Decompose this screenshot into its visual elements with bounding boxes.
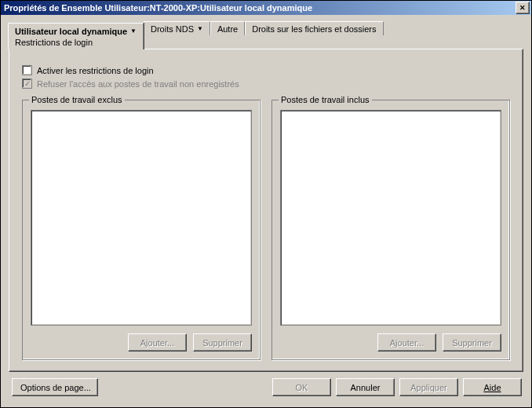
ok-button[interactable]: OK (272, 378, 331, 396)
close-button[interactable] (516, 2, 530, 14)
client-area: Utilisateur local dynamique ▼ Restrictio… (1, 15, 531, 407)
dialog-window: Propriétés de Ensemble Utilisateur:NT-20… (0, 0, 532, 408)
button-label: Options de page... (20, 383, 91, 392)
tab-sublabel: Restrictions de login (15, 37, 93, 48)
checkbox-icon (22, 65, 32, 75)
dropdown-arrow-icon: ▼ (130, 26, 137, 37)
excluded-listbox[interactable] (31, 110, 252, 326)
checkbox-icon (22, 78, 32, 89)
button-label: Ajouter... (140, 338, 174, 348)
included-remove-button[interactable]: Supprimer (443, 333, 501, 352)
excluded-remove-button[interactable]: Supprimer (193, 333, 252, 352)
cancel-button[interactable]: Annuler (336, 378, 395, 396)
checkbox-activate-restrictions[interactable]: Activer les restrictions de login (22, 65, 510, 75)
button-label: Supprimer (202, 338, 242, 348)
tab-strip: Utilisateur local dynamique ▼ Restrictio… (9, 21, 523, 49)
group-legend: Postes de travail inclus (279, 95, 372, 104)
window-title: Propriétés de Ensemble Utilisateur:NT-20… (4, 3, 312, 13)
group-included-workstations: Postes de travail inclus Ajouter... Supp… (271, 100, 510, 360)
dialog-button-group: OK Annuler Appliquer Aide (272, 378, 522, 396)
tab-label: Droits NDS (151, 24, 194, 34)
tab-other[interactable]: Autre (210, 21, 245, 35)
tab-nds-rights[interactable]: Droits NDS ▼ (144, 21, 210, 35)
bottom-bar: Options de page... OK Annuler Appliquer … (9, 378, 523, 399)
button-label: Supprimer (452, 338, 492, 348)
tab-panel: Activer les restrictions de login Refuse… (9, 49, 523, 372)
page-options-button[interactable]: Options de page... (12, 378, 98, 396)
button-label: Annuler (351, 383, 381, 392)
tab-label: Droits sur les fichiers et dossiers (252, 24, 376, 34)
group-legend: Postes de travail exclus (29, 95, 125, 104)
dual-pane: Postes de travail exclus Ajouter... Supp… (22, 100, 510, 360)
button-label: OK (296, 383, 308, 392)
checkbox-refuse-unregistered: Refuser l'accès aux postes de travail no… (22, 78, 510, 89)
included-button-row: Ajouter... Supprimer (280, 333, 501, 352)
excluded-button-row: Ajouter... Supprimer (31, 333, 252, 352)
tab-dynamic-local-user[interactable]: Utilisateur local dynamique ▼ Restrictio… (8, 23, 144, 49)
button-label: Aide (483, 383, 501, 392)
title-controls (514, 2, 530, 14)
included-listbox[interactable] (280, 110, 501, 326)
titlebar: Propriétés de Ensemble Utilisateur:NT-20… (1, 1, 531, 15)
group-excluded-workstations: Postes de travail exclus Ajouter... Supp… (22, 100, 261, 360)
tab-file-rights[interactable]: Droits sur les fichiers et dossiers (245, 21, 383, 35)
button-label: Appliquer (410, 383, 446, 392)
included-add-button[interactable]: Ajouter... (377, 333, 436, 352)
dropdown-arrow-icon: ▼ (197, 25, 203, 32)
help-button[interactable]: Aide (463, 378, 522, 396)
button-label: Ajouter... (390, 338, 424, 348)
excluded-add-button[interactable]: Ajouter... (128, 333, 187, 352)
tab-label: Utilisateur local dynamique (15, 26, 127, 37)
checkbox-label: Activer les restrictions de login (37, 66, 154, 75)
tab-label: Autre (217, 24, 238, 34)
apply-button[interactable]: Appliquer (399, 378, 458, 396)
checkbox-label: Refuser l'accès aux postes de travail no… (37, 79, 239, 89)
